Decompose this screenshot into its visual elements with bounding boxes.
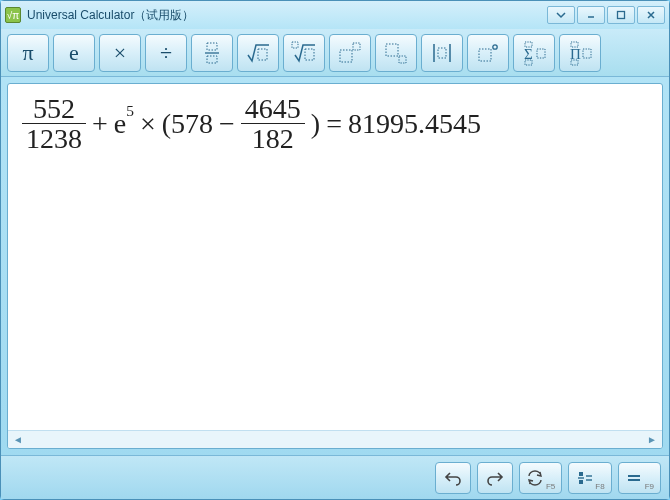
rparen: ) [311, 108, 320, 140]
fraction-2-denominator: 182 [248, 124, 298, 153]
fraction-1-denominator: 1238 [22, 124, 86, 153]
subscript-button[interactable] [375, 34, 417, 72]
maximize-button[interactable] [607, 6, 635, 24]
svg-rect-7 [305, 49, 314, 60]
times-op: × [140, 108, 156, 140]
superscript-button[interactable] [329, 34, 371, 72]
svg-rect-28 [579, 480, 583, 484]
redo-button[interactable] [477, 462, 513, 494]
minimize-button[interactable] [577, 6, 605, 24]
plus-op: + [92, 108, 108, 140]
svg-rect-8 [340, 50, 352, 62]
expression-editor[interactable]: 552 1238 + e5 × (578 − 4645 182 ) = 8199… [8, 84, 662, 430]
close-button[interactable] [637, 6, 665, 24]
svg-rect-24 [583, 49, 591, 58]
product-button[interactable]: Π [559, 34, 601, 72]
fraction-result-button[interactable]: F8 [568, 462, 611, 494]
svg-rect-6 [292, 42, 298, 48]
exponent: 5 [126, 102, 134, 119]
editor-area: 552 1238 + e5 × (578 − 4645 182 ) = 8199… [7, 83, 663, 449]
sum-button[interactable]: Σ [513, 34, 555, 72]
undo-button[interactable] [435, 462, 471, 494]
scroll-right-icon[interactable]: ► [644, 433, 660, 447]
result-value: 81995.4545 [348, 108, 481, 140]
svg-rect-9 [353, 43, 360, 50]
e-button[interactable]: e [53, 34, 95, 72]
lparen: (578 [162, 108, 213, 140]
equals-op: = [326, 108, 342, 140]
app-icon: √π [5, 7, 21, 23]
fraction-1-numerator: 552 [29, 94, 79, 123]
cycle-button[interactable]: F5 [519, 462, 562, 494]
multiply-button[interactable]: × [99, 34, 141, 72]
f5-label: F5 [546, 482, 555, 491]
svg-rect-1 [618, 12, 625, 19]
fraction-1: 552 1238 [22, 94, 86, 154]
bottom-toolbar: F5 F8 F9 [1, 455, 669, 499]
scroll-left-icon[interactable]: ◄ [10, 433, 26, 447]
fraction-2-numerator: 4645 [241, 94, 305, 123]
svg-rect-13 [438, 48, 446, 58]
window-controls [547, 6, 665, 24]
equals-button[interactable]: F9 [618, 462, 661, 494]
svg-rect-5 [258, 49, 267, 60]
divide-button[interactable]: ÷ [145, 34, 187, 72]
fraction-2: 4645 182 [241, 94, 305, 154]
degree-button[interactable] [467, 34, 509, 72]
pi-button[interactable]: π [7, 34, 49, 72]
titlebar: √π Universal Calculator（试用版） [1, 1, 669, 29]
svg-rect-27 [579, 472, 583, 476]
window-title: Universal Calculator（试用版） [27, 7, 547, 24]
sqrt-button[interactable] [237, 34, 279, 72]
fraction-button[interactable] [191, 34, 233, 72]
svg-rect-15 [479, 49, 491, 61]
minus-op: − [219, 108, 235, 140]
dropdown-button[interactable] [547, 6, 575, 24]
nthroot-button[interactable] [283, 34, 325, 72]
svg-rect-2 [207, 43, 217, 50]
svg-rect-10 [386, 44, 398, 56]
expression: 552 1238 + e5 × (578 − 4645 182 ) = 8199… [22, 94, 648, 154]
toolbar: π e × ÷ Σ Π [1, 29, 669, 77]
svg-rect-20 [537, 49, 545, 58]
e-term: e5 [114, 108, 134, 140]
svg-point-16 [493, 44, 497, 48]
horizontal-scrollbar[interactable]: ◄ ► [8, 430, 662, 448]
svg-rect-4 [207, 56, 217, 63]
svg-rect-11 [399, 56, 406, 63]
f8-label: F8 [595, 482, 604, 491]
app-window: √π Universal Calculator（试用版） π e × ÷ [0, 0, 670, 500]
abs-button[interactable] [421, 34, 463, 72]
f9-label: F9 [645, 482, 654, 491]
